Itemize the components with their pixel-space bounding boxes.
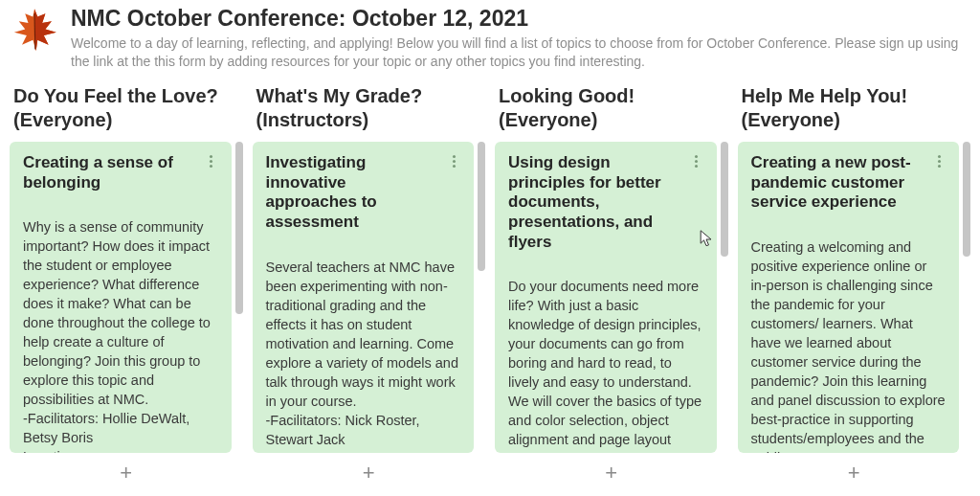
card-title: Using design principles for better docum… xyxy=(508,153,684,253)
card-body: Do your documents need more life? With j… xyxy=(508,258,703,452)
column-title: Help Me Help You! (Everyone) xyxy=(738,79,971,142)
page-subtitle: Welcome to a day of learning, reflecting… xyxy=(71,34,967,71)
page-header: NMC October Conference: October 12, 2021… xyxy=(0,0,980,73)
card-body: Why is a sense of community important? H… xyxy=(23,198,218,453)
card-scrollbar[interactable] xyxy=(478,142,485,453)
card-menu-icon[interactable] xyxy=(690,153,703,168)
add-card-button[interactable]: + xyxy=(353,459,385,487)
board: Do You Feel the Love? (Everyone) Creatin… xyxy=(0,73,980,487)
scroll-thumb[interactable] xyxy=(721,142,728,257)
column-grade: What's My Grade? (Instructors) Investiga… xyxy=(249,79,490,487)
column-help-me: Help Me Help You! (Everyone) Creating a … xyxy=(734,79,975,487)
card-title: Investigating innovative approaches to a… xyxy=(266,153,442,233)
card-body-text: Do your documents need more life? With j… xyxy=(508,279,702,452)
card-menu-icon[interactable] xyxy=(932,153,946,168)
card-title: Creating a sense of belonging xyxy=(23,153,199,192)
card[interactable]: Investigating innovative approaches to a… xyxy=(253,142,475,453)
logo-maple-leaf-icon xyxy=(10,6,59,59)
column-looking-good: Looking Good! (Everyone) Using design pr… xyxy=(491,79,732,487)
scroll-thumb[interactable] xyxy=(235,142,243,314)
card-menu-icon[interactable] xyxy=(205,153,218,168)
card-body-text: Several teachers at NMC have been experi… xyxy=(266,259,459,453)
column-title: Looking Good! (Everyone) xyxy=(495,79,728,142)
card-scrollbar[interactable] xyxy=(235,142,243,453)
card-body: Several teachers at NMC have been experi… xyxy=(266,238,461,453)
card[interactable]: Creating a sense of belonging Why is a s… xyxy=(10,142,232,453)
page-title: NMC October Conference: October 12, 2021 xyxy=(71,6,967,32)
card-body-text: Creating a welcoming and positive experi… xyxy=(751,239,946,453)
add-card-button[interactable]: + xyxy=(838,459,870,487)
card-scrollbar[interactable] xyxy=(963,142,970,453)
card-menu-icon[interactable] xyxy=(447,153,460,168)
column-love: Do You Feel the Love? (Everyone) Creatin… xyxy=(6,79,247,487)
card[interactable]: Creating a new post-pandemic customer se… xyxy=(738,142,960,453)
add-card-button[interactable]: + xyxy=(110,459,142,487)
column-title: What's My Grade? (Instructors) xyxy=(253,79,486,142)
card-body-text: Why is a sense of community important? H… xyxy=(23,219,211,453)
card-title: Creating a new post-pandemic customer se… xyxy=(751,153,927,213)
card[interactable]: Using design principles for better docum… xyxy=(495,142,717,453)
scroll-thumb[interactable] xyxy=(478,142,485,271)
card-body: Creating a welcoming and positive experi… xyxy=(751,218,947,453)
card-scrollbar[interactable] xyxy=(721,142,728,453)
scroll-thumb[interactable] xyxy=(963,142,970,257)
column-title: Do You Feel the Love? (Everyone) xyxy=(10,79,243,142)
add-card-button[interactable]: + xyxy=(595,459,627,487)
